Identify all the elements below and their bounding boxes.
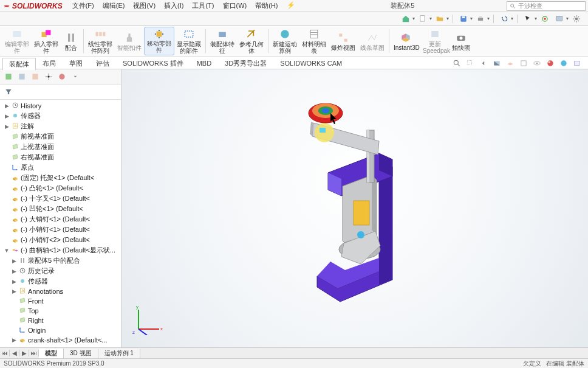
ribbon-assembly-feature[interactable]: 装配体特征: [208, 27, 237, 55]
tree-item[interactable]: (-) 大销钉<1> (Default<: [1, 214, 121, 224]
panel-more-icon[interactable]: [69, 71, 81, 82]
tab-addins[interactable]: SOLIDWORKS 插件: [116, 57, 190, 69]
view-orientation-icon[interactable]: [504, 58, 516, 68]
new-button[interactable]: [416, 13, 429, 24]
ribbon-insert-component[interactable]: 插入零部件: [32, 27, 61, 55]
tree-item[interactable]: (固定) 托架<1> (Default<: [1, 173, 121, 183]
tree-item[interactable]: ▶历史记录: [1, 266, 121, 276]
display-style-icon[interactable]: [518, 58, 530, 68]
ribbon-bom[interactable]: 材料明细表: [299, 27, 329, 55]
ribbon-instant3d[interactable]: Instant3D: [391, 27, 420, 55]
ribbon-ref-geometry[interactable]: 参考几何体: [237, 27, 266, 55]
tree-item[interactable]: ▶crank-shaft<1> (Default<...: [1, 335, 121, 345]
tab-layout[interactable]: 布局: [36, 57, 63, 69]
bottom-tab-motion-study[interactable]: 运动算例 1: [98, 349, 140, 358]
tree-item[interactable]: Top: [1, 306, 121, 316]
expand-icon[interactable]: ▶: [4, 103, 10, 109]
tree-item[interactable]: 原点: [1, 162, 121, 173]
tab-nav-last-icon[interactable]: ⏭: [29, 350, 39, 356]
prev-view-icon[interactable]: [477, 58, 490, 68]
expand-icon[interactable]: ▶: [11, 288, 17, 294]
tab-3dexport[interactable]: 3D秀秀导出器: [218, 57, 273, 69]
tree-item[interactable]: Right: [1, 316, 121, 325]
section-view-icon[interactable]: [491, 58, 503, 68]
menu-extra[interactable]: ⚡: [283, 0, 299, 12]
expand-icon[interactable]: ▶: [11, 258, 17, 264]
zoom-area-icon[interactable]: [464, 58, 476, 68]
tree-item[interactable]: (-) 小销钉<1> (Default<: [1, 224, 121, 235]
config-manager-tab-icon[interactable]: [29, 71, 41, 82]
filter-icon[interactable]: [2, 86, 15, 97]
ribbon-exploded-view[interactable]: 爆炸视图: [329, 27, 358, 55]
expand-icon[interactable]: ▶: [4, 123, 10, 130]
scene-icon[interactable]: [558, 58, 570, 68]
ribbon-mate[interactable]: 配合: [61, 27, 81, 55]
property-manager-tab-icon[interactable]: [16, 71, 28, 82]
tree-item[interactable]: ▶crank-arm<1> (Default<<...: [1, 345, 121, 347]
ribbon-show-hidden[interactable]: 显示隐藏的部件: [174, 27, 203, 55]
tab-mbd[interactable]: MBD: [190, 58, 218, 68]
tree-item[interactable]: (-) 凸轮<1> (Default<: [1, 183, 121, 193]
ribbon-update-speedpak[interactable]: 更新Speedpak: [420, 27, 450, 55]
graphics-viewport[interactable]: y x z: [121, 69, 588, 347]
expand-icon[interactable]: ▼: [4, 248, 10, 254]
ribbon-move-component[interactable]: 移动零部件: [144, 27, 174, 55]
feature-tree-tab-icon[interactable]: [2, 71, 15, 82]
rebuild-button[interactable]: [538, 13, 552, 24]
tree-item[interactable]: ▶History: [1, 101, 121, 111]
menu-window[interactable]: 窗口(W): [219, 0, 251, 12]
ribbon-new-motion-study[interactable]: 新建运动算例: [270, 27, 299, 55]
home-button[interactable]: [399, 13, 412, 24]
expand-icon[interactable]: ▶: [11, 337, 17, 343]
open-button[interactable]: [433, 13, 446, 24]
menu-file[interactable]: 文件(F): [69, 0, 98, 12]
ribbon-line-sketch[interactable]: 线条草图: [358, 27, 387, 55]
tab-nav-first-icon[interactable]: ⏮: [0, 350, 10, 356]
tree-item[interactable]: Front: [1, 296, 121, 306]
menu-view[interactable]: 视图(V): [129, 0, 159, 12]
tree-item[interactable]: ▶装配体5 中的配合: [1, 255, 121, 266]
menu-help[interactable]: 帮助(H): [251, 0, 281, 12]
ribbon-take-snapshot[interactable]: 拍快照: [450, 27, 473, 55]
tree-item[interactable]: 右视基准面: [1, 152, 121, 162]
tree-item[interactable]: (-) 十字叉<1> (Default<: [1, 193, 121, 204]
hide-show-icon[interactable]: [531, 58, 543, 68]
tab-evaluate[interactable]: 评估: [89, 57, 116, 69]
undo-button[interactable]: [497, 13, 511, 24]
tab-sketch[interactable]: 草图: [63, 57, 89, 69]
appearance-icon[interactable]: [544, 58, 556, 68]
expand-icon[interactable]: ▶: [4, 113, 10, 119]
print-button[interactable]: [474, 13, 487, 24]
save-button[interactable]: [457, 13, 470, 24]
tree-item[interactable]: 前视基准面: [1, 131, 121, 142]
bottom-tab-3dview[interactable]: 3D 视图: [64, 349, 98, 358]
settings-button[interactable]: [570, 13, 583, 24]
tree-item[interactable]: ▶A注解: [1, 121, 121, 131]
tab-nav-prev-icon[interactable]: ◀: [10, 350, 19, 356]
menu-tools[interactable]: 工具(T): [188, 0, 217, 12]
options-button[interactable]: [553, 13, 566, 24]
tab-nav-next-icon[interactable]: ▶: [19, 350, 29, 356]
ribbon-linear-pattern[interactable]: 线性零部件阵列: [86, 27, 115, 55]
expand-icon[interactable]: ▶: [11, 268, 17, 274]
tab-cam[interactable]: SOLIDWORKS CAM: [273, 58, 349, 68]
expand-icon[interactable]: ▶: [11, 279, 17, 285]
ribbon-smart-fastener[interactable]: 智能扣件: [115, 27, 144, 55]
tree-item[interactable]: ▶AAnnotations: [1, 286, 121, 296]
expand-icon[interactable]: ▶: [11, 347, 17, 347]
zoom-fit-icon[interactable]: [451, 58, 463, 68]
bottom-tab-model[interactable]: 模型: [39, 349, 64, 358]
view-settings-icon[interactable]: [571, 58, 583, 68]
tree-item[interactable]: (-) 小销钉<2> (Default<: [1, 235, 121, 245]
tab-assembly[interactable]: 装配体: [2, 58, 36, 70]
tree-item[interactable]: 上视基准面: [1, 142, 121, 152]
menu-edit[interactable]: 编辑(E): [99, 0, 129, 12]
select-button[interactable]: [521, 13, 535, 24]
search-box[interactable]: 干涉检查: [507, 1, 586, 11]
feature-tree[interactable]: ▶History▶传感器▶A注解前视基准面上视基准面右视基准面原点(固定) 托架…: [0, 100, 121, 347]
ribbon-edit-component[interactable]: 编辑零部件: [2, 27, 32, 55]
tree-item[interactable]: ▶传感器: [1, 111, 121, 121]
display-manager-tab-icon[interactable]: [56, 71, 68, 82]
tree-item[interactable]: (-) 凹轮<1> (Default<: [1, 204, 121, 214]
menu-insert[interactable]: 插入(I): [160, 0, 187, 12]
